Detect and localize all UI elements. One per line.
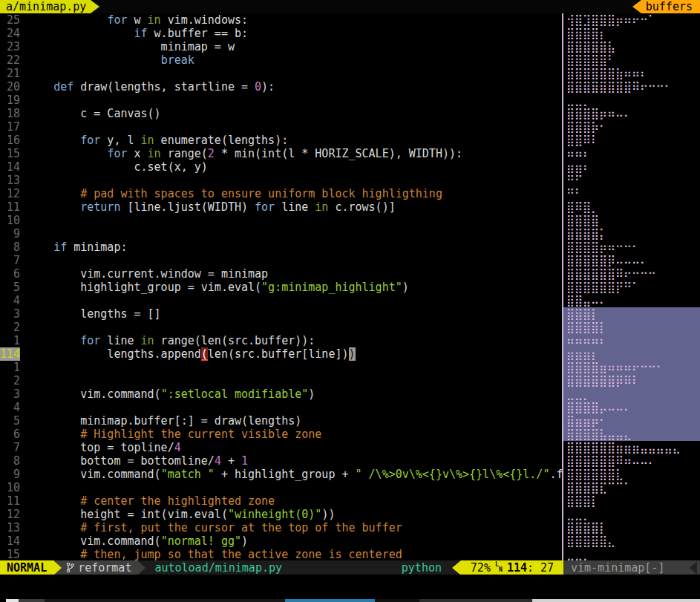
code-line[interactable]: 24 if w.buffer == b: <box>0 27 562 40</box>
code-line[interactable]: 16 for y, l in enumerate(lengths): <box>0 134 562 147</box>
code-line[interactable]: 10 <box>0 214 562 227</box>
minimap-row[interactable]: ⣿⣿⣿⣿⣿⣿⣶⣶⣶⣤⣤⣤⣤⣄ <box>563 441 700 454</box>
minimap-row-highlighted[interactable]: ⠶⠶⠶⠶⠆ <box>563 334 700 347</box>
code-line[interactable]: 3 vim.command(":setlocal modifiable") <box>0 387 562 401</box>
code-line[interactable]: 4 <box>0 294 562 307</box>
command-line[interactable] <box>0 575 700 599</box>
minimap-row[interactable]: ⣿⣿⣿⣿⣿⣧ <box>563 40 700 53</box>
code-line[interactable]: 2 <box>0 374 562 387</box>
code-line[interactable]: 7 <box>0 254 562 267</box>
minimap-row[interactable]: ⣿⣿⠿⠇ <box>563 134 700 147</box>
minimap-row[interactable]: ⢺⣿⣹⣿⣿⣿⡶⠶⠖⠒⠁ <box>563 13 700 27</box>
minimap-row[interactable]: ⣀⣀⡀ <box>563 508 700 521</box>
code-line[interactable]: 10 <box>0 481 562 494</box>
minimap-row[interactable]: ⣿⣿⣿⣿⡶⠶⠤⠄ <box>563 107 700 120</box>
line-number: 4 <box>0 401 20 414</box>
minimap-row[interactable]: ⣿⣿⣿⡷⠂ <box>563 120 700 134</box>
minimap-row-highlighted[interactable]: ⣿⣿⣿⡇ <box>563 307 700 321</box>
bottom-strip-segment <box>375 599 419 602</box>
code-line[interactable]: 5 highlight_group = vim.eval("g:minimap_… <box>0 281 562 294</box>
minimap-row-highlighted[interactable]: ⣿⣿⣿⣿⣶⠶⠶⠶⠖⠒⠒⠂ <box>563 361 700 374</box>
minimap-row[interactable]: ⣿⣿⣿⣿⡶⠶⠒⠒⠂ <box>563 241 700 254</box>
code-line[interactable]: 14 vim.command("normal! gg") <box>0 534 562 548</box>
minimap-row-highlighted[interactable]: ⣿⣿⣿⣿⣿⣿⡿⠿⠇ <box>563 374 700 387</box>
minimap-row[interactable]: ⣶⣶⠆ <box>563 160 700 174</box>
minimap-row[interactable]: ⣿⣿⣿⣿⣿⣿⠿⠶⠤⠤⠄ <box>563 454 700 468</box>
code-line[interactable]: 12 height = int(vim.eval("winheight(0)")… <box>0 508 562 521</box>
code-line[interactable]: 21 <box>0 67 562 80</box>
line-number: 7 <box>0 441 20 454</box>
minimap-row[interactable]: ⣿⣿⣿⣿⣿⣄ <box>563 534 700 548</box>
line-number: 3 <box>0 387 20 401</box>
code-line[interactable]: 3 lengths = [] <box>0 307 562 321</box>
minimap-row[interactable]: ⣀⣀⡀ <box>563 94 700 107</box>
minimap-row[interactable]: ⣿⣿⣿⣿⣿⣿⣿⣿⠿⠖⠒⠒⠂ <box>563 80 700 94</box>
minimap-row-highlighted[interactable]: ⣿⣶⣶⡶⠂ <box>563 414 700 428</box>
minimap-row[interactable]: ⠛⠋ <box>563 174 700 187</box>
code-window[interactable]: 25 for w in vim.windows:24 if w.buffer =… <box>0 13 562 560</box>
code-line[interactable]: 25 for w in vim.windows: <box>0 13 562 27</box>
code-line[interactable]: 9 vim.command("match " + highlight_group… <box>0 468 562 481</box>
code-line[interactable]: 22 break <box>0 53 562 67</box>
code-line[interactable]: 13 <box>0 174 562 187</box>
line-text: top = topline/4 <box>20 441 181 454</box>
code-line[interactable]: 20 def draw(lengths, startline = 0): <box>0 80 562 94</box>
minimap-row[interactable]: ⣿⣿⣿⣿⣏⠉⠉⠁ <box>563 481 700 494</box>
minimap-row[interactable]: ⣿⣿⣿⣿⡆ <box>563 27 700 40</box>
bottom-strip-segment <box>45 599 285 602</box>
line-number: 5 <box>0 281 20 294</box>
powerline-arrow-left-icon <box>452 560 461 575</box>
line-text: bottom = bottomline/4 + 1 <box>20 454 248 468</box>
code-line[interactable]: 7 top = topline/4 <box>0 441 562 454</box>
code-line[interactable]: 5 minimap.buffer[:] = draw(lengths) <box>0 414 562 428</box>
minimap-row-highlighted[interactable]: ⣿⣿⣿⣿⡤⠤⠤⠄ <box>563 401 700 414</box>
minimap-row[interactable]: ⣀⣀⡀ <box>563 548 700 560</box>
code-line[interactable]: 14 c.set(x, y) <box>0 160 562 174</box>
code-line[interactable]: 17 <box>0 120 562 134</box>
code-line[interactable]: 6 # Highlight the current visible zone <box>0 428 562 441</box>
tab-buffers[interactable]: buffers <box>641 0 700 13</box>
minimap-row[interactable]: ⣿⣿⣿⣿⣿⠃ <box>563 53 700 67</box>
code-line[interactable]: 8 if minimap: <box>0 241 562 254</box>
code-line[interactable]: 19 <box>0 94 562 107</box>
minimap-row[interactable]: ⣿⣿⣤⠤⠄ <box>563 294 700 307</box>
code-line[interactable]: 15 # then, jump so that the active zone … <box>0 548 562 560</box>
code-line-current[interactable]: 114 lengths.append(len(src.buffer[line])… <box>0 347 562 361</box>
code-line[interactable]: 11 # center the highlighted zone <box>0 494 562 508</box>
code-line[interactable]: 11 return [line.ljust(WIDTH) for line in… <box>0 200 562 214</box>
minimap-row[interactable]: ⣿⣿⣿⣿⣿⣿⡟⠛⠁ <box>563 281 700 294</box>
minimap-row[interactable]: ⠶⠶⠆ <box>563 147 700 160</box>
code-line[interactable]: 15 for x in range(2 * min(int(l * HORIZ_… <box>0 147 562 160</box>
minimap-row[interactable]: ⠛⠃ <box>563 187 700 200</box>
line-number: 15 <box>0 548 20 560</box>
minimap-row[interactable]: ⣿⣿⣿⣿⡅ <box>563 227 700 241</box>
code-line[interactable]: 6 vim.current.window = minimap <box>0 267 562 281</box>
minimap-row[interactable]: ⣿⠿⣿⡀ <box>563 200 700 214</box>
minimap-row[interactable]: ⣿⣿⣿⡇ <box>563 494 700 508</box>
minimap-row[interactable]: ⣿⣿⣿⣿⣿⣿⠿⠖⠒⠒⠒ <box>563 267 700 281</box>
minimap-row[interactable]: ⣿⣿⣿⣿⣿⣿⣷⠶⠶⠆ <box>563 67 700 80</box>
minimap-window[interactable]: ⢺⣿⣹⣿⣿⣿⡶⠶⠖⠒⠁⣿⣿⣿⣿⡆⣿⣿⣿⣿⣿⣧⣿⣿⣿⣿⣿⠃⣿⣿⣿⣿⣿⣿⣷⠶⠶⠆⣿⣿… <box>563 13 700 560</box>
minimap-row-highlighted[interactable]: ⣀⣀⡀ <box>563 387 700 401</box>
minimap-row-highlighted[interactable]: ⣿⣿⣿⣿⣧⣤⣤⣄ <box>563 428 700 441</box>
minimap-row[interactable]: ⣿⣿⣿⣿⣿⡿⠤⠤⠤⠄ <box>563 254 700 267</box>
code-line[interactable]: 23 minimap = w <box>0 40 562 53</box>
minimap-row-highlighted[interactable]: ⣶⣶⣶⡆ <box>563 347 700 361</box>
minimap-row[interactable]: ⣿⣿⣿⣿⣿⣿⣇ <box>563 468 700 481</box>
tab-current-file[interactable]: a/minimap.py <box>0 0 91 13</box>
minimap-row-highlighted[interactable]: ⣿⣿⣿⣿⡇ <box>563 321 700 334</box>
code-line[interactable]: 8 bottom = bottomline/4 + 1 <box>0 454 562 468</box>
line-number: 2 <box>0 374 20 387</box>
code-line[interactable]: 13 # first, put the cursor at the top of… <box>0 521 562 534</box>
code-line[interactable]: 18 c = Canvas() <box>0 107 562 120</box>
tab-arrow-right-icon <box>91 0 99 13</box>
code-line[interactable]: 9 <box>0 227 562 241</box>
code-line[interactable]: 1 for line in range(len(src.buffer)): <box>0 334 562 347</box>
minimap-row[interactable]: ⣿⣿⣿⣿ <box>563 214 700 227</box>
code-line[interactable]: 2 <box>0 321 562 334</box>
code-line[interactable]: 1 <box>0 361 562 374</box>
minimap-row[interactable]: ⣿⣿⣿⣿⡇ <box>563 521 700 534</box>
code-line[interactable]: 4 <box>0 401 562 414</box>
tabline-spacer <box>99 0 632 13</box>
code-line[interactable]: 12 # pad with spaces to ensure uniform b… <box>0 187 562 200</box>
